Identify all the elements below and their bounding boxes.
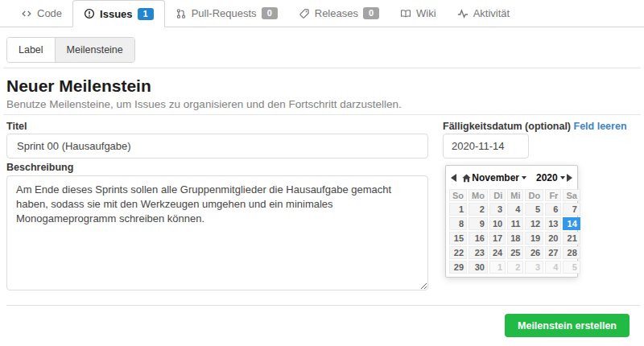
home-icon: [461, 173, 472, 183]
calendar-day[interactable]: 3: [489, 203, 506, 216]
page-title: Neuer Meilenstein: [6, 76, 151, 96]
calendar-day[interactable]: 1: [449, 203, 467, 216]
calendar-day-selected[interactable]: 14: [563, 217, 580, 230]
tab-milestones[interactable]: Meilensteine: [55, 38, 134, 62]
book-icon: [400, 8, 411, 19]
calendar-day[interactable]: 4: [545, 261, 561, 274]
issues-count-badge: 1: [138, 8, 154, 20]
calendar-day[interactable]: 28: [563, 246, 580, 259]
calendar-day[interactable]: 27: [545, 246, 561, 259]
pull-requests-count-badge: 0: [262, 7, 278, 19]
weekday-header: Fr: [545, 189, 561, 201]
calendar-day[interactable]: 10: [489, 217, 506, 230]
weekday-header: So: [449, 189, 467, 201]
calendar-day[interactable]: 13: [545, 217, 561, 230]
issue-filter-tabs: Label Meilensteine: [6, 37, 135, 63]
tab-issues[interactable]: Issues 1: [72, 0, 165, 27]
tab-labels[interactable]: Label: [7, 38, 55, 62]
repo-tab-bar: Code Issues 1 Pull-Requests 0 Releases 0: [0, 0, 644, 27]
description-label: Beschreibung: [6, 162, 73, 173]
new-milestone-page: Code Issues 1 Pull-Requests 0 Releases 0: [0, 0, 644, 346]
datepicker-calendar: November 2020 SoMoDiMiDoFrSa123456789101…: [445, 165, 578, 278]
calendar-day[interactable]: 1: [489, 261, 506, 274]
calendar-day[interactable]: 25: [507, 246, 523, 259]
divider: [6, 305, 640, 306]
tab-label: Releases: [315, 7, 358, 19]
divider: [3, 68, 641, 68]
calendar-day[interactable]: 6: [545, 203, 561, 216]
month-select[interactable]: November: [472, 172, 526, 183]
year-select[interactable]: 2020: [536, 172, 565, 183]
calendar-day[interactable]: 29: [449, 261, 467, 274]
calendar-month-year: November 2020: [472, 172, 564, 183]
weekday-header: Sa: [563, 189, 580, 201]
calendar-day[interactable]: 7: [563, 203, 580, 216]
tab-wiki[interactable]: Wiki: [390, 0, 447, 27]
calendar-day[interactable]: 8: [449, 217, 467, 230]
calendar-day[interactable]: 23: [469, 246, 488, 259]
tab-code[interactable]: Code: [10, 0, 72, 27]
tab-activity[interactable]: Aktivität: [447, 0, 521, 27]
weekday-header: Do: [525, 189, 543, 201]
calendar-day[interactable]: 26: [525, 246, 543, 259]
tab-releases[interactable]: Releases 0: [288, 0, 390, 27]
calendar-day[interactable]: 16: [469, 232, 488, 245]
weekday-header: Di: [489, 189, 506, 201]
due-date-label: Fälligkeitsdatum (optional) Feld leeren: [443, 121, 627, 132]
releases-count-badge: 0: [363, 7, 379, 19]
calendar-day[interactable]: 17: [489, 232, 506, 245]
weekday-header: Mo: [469, 189, 488, 201]
year-label: 2020: [536, 172, 558, 183]
divider: [3, 114, 641, 115]
tab-label: Wiki: [416, 7, 436, 19]
due-date-input[interactable]: [443, 134, 529, 159]
chevron-left-icon: [451, 174, 456, 182]
tab-label: Issues: [100, 8, 132, 20]
chevron-down-icon: [522, 176, 526, 179]
previous-month-button[interactable]: [449, 171, 458, 184]
description-textarea[interactable]: Am Ende dieses Sprints sollen alle Grupp…: [6, 175, 428, 290]
calendar-day[interactable]: 15: [449, 232, 467, 245]
tab-label: Aktivität: [473, 7, 510, 19]
issue-opened-icon: [84, 8, 95, 19]
calendar-day[interactable]: 18: [507, 232, 523, 245]
calendar-day[interactable]: 21: [563, 232, 580, 245]
due-date-label-text: Fälligkeitsdatum (optional): [443, 121, 571, 132]
calendar-day[interactable]: 30: [469, 261, 488, 274]
title-input[interactable]: [6, 134, 428, 159]
calendar-day[interactable]: 2: [507, 261, 523, 274]
calendar-grid: SoMoDiMiDoFrSa12345678910111213141516171…: [449, 189, 574, 274]
tab-label: Pull-Requests: [192, 7, 257, 19]
git-pull-request-icon: [175, 8, 187, 19]
code-icon: [21, 8, 32, 19]
calendar-day[interactable]: 20: [545, 232, 561, 245]
calendar-day[interactable]: 4: [507, 203, 523, 216]
calendar-day[interactable]: 11: [507, 217, 523, 230]
calendar-header: November 2020: [449, 169, 574, 187]
calendar-day[interactable]: 9: [469, 217, 488, 230]
tag-icon: [299, 8, 310, 19]
calendar-day[interactable]: 5: [563, 261, 580, 274]
calendar-day[interactable]: 3: [525, 261, 543, 274]
calendar-day[interactable]: 24: [489, 246, 506, 259]
calendar-day[interactable]: 2: [469, 203, 488, 216]
month-label: November: [472, 172, 519, 183]
tab-pull-requests[interactable]: Pull-Requests 0: [165, 0, 288, 27]
calendar-day[interactable]: 19: [525, 232, 543, 245]
pulse-icon: [457, 8, 469, 19]
tab-label: Code: [37, 7, 62, 19]
clear-field-link[interactable]: Feld leeren: [574, 121, 627, 132]
weekday-header: Mi: [507, 189, 523, 201]
chevron-right-icon: [567, 174, 572, 182]
calendar-day[interactable]: 5: [525, 203, 543, 216]
create-milestone-button[interactable]: Meilenstein erstellen: [505, 314, 630, 337]
next-month-button[interactable]: [565, 171, 574, 184]
today-button[interactable]: [461, 171, 472, 184]
title-label: Titel: [6, 121, 27, 132]
calendar-day[interactable]: 12: [525, 217, 543, 230]
calendar-day[interactable]: 22: [449, 246, 467, 259]
page-subtitle: Benutze Meilensteine, um Issues zu organ…: [6, 98, 402, 110]
